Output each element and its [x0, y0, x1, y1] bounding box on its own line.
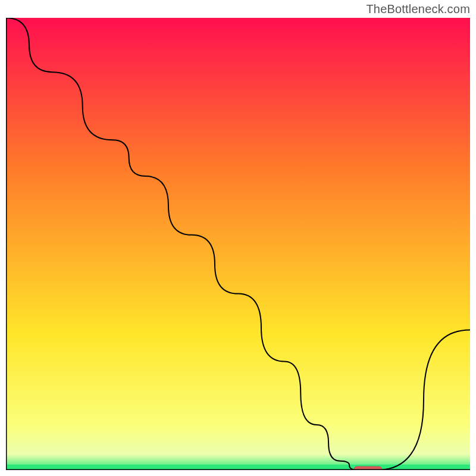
stage: TheBottleneck.com	[0, 0, 476, 476]
bottleneck-chart	[6, 18, 470, 470]
chart-svg	[6, 18, 470, 470]
gradient-background	[6, 18, 470, 470]
watermark-text: TheBottleneck.com	[366, 2, 470, 16]
